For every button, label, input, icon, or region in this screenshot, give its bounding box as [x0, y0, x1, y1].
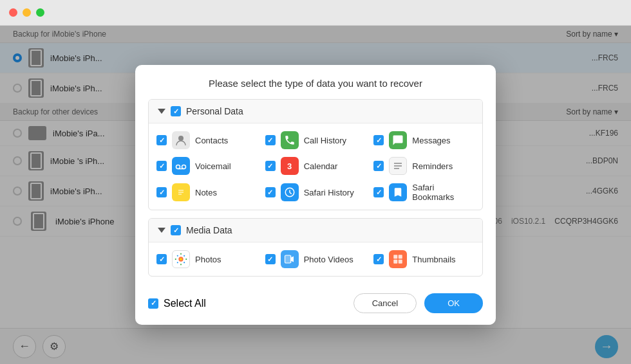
- reminders-checkbox[interactable]: [373, 161, 384, 171]
- maximize-button[interactable]: [36, 8, 44, 17]
- media-data-section: Media Data Photos: [148, 218, 483, 277]
- photo-videos-item: Photo Videos: [265, 250, 366, 268]
- photos-checkbox[interactable]: [156, 254, 167, 264]
- contacts-item: Contacts: [156, 131, 258, 149]
- photo-videos-icon: [281, 250, 299, 268]
- reminders-label: Reminders: [412, 161, 453, 171]
- media-section-header: Media Data: [149, 219, 482, 242]
- notes-item: Notes: [156, 183, 258, 202]
- call-history-icon: [281, 131, 299, 149]
- personal-data-section: Personal Data Contacts: [148, 99, 483, 210]
- media-section-checkbox[interactable]: [171, 225, 181, 235]
- svg-point-1: [176, 165, 180, 169]
- personal-items-grid: Contacts Call History: [149, 123, 482, 210]
- modal-body: Personal Data Contacts: [135, 99, 496, 284]
- reminders-icon: [389, 157, 407, 175]
- title-bar: [0, 0, 631, 26]
- svg-rect-17: [399, 255, 402, 259]
- close-button[interactable]: [9, 8, 17, 17]
- collapse-triangle[interactable]: [158, 109, 165, 114]
- reminders-item: Reminders: [373, 157, 475, 175]
- modal-footer: Select All Cancel OK: [135, 284, 496, 325]
- modal-dialog: Please select the type of data you want …: [135, 65, 496, 325]
- minimize-button[interactable]: [23, 8, 31, 17]
- messages-checkbox[interactable]: [373, 135, 384, 145]
- select-all-area: Select All: [148, 298, 206, 309]
- cancel-button[interactable]: Cancel: [353, 293, 417, 313]
- personal-section-header: Personal Data: [149, 100, 482, 123]
- contacts-checkbox[interactable]: [156, 135, 167, 145]
- calendar-label: Calendar: [304, 161, 338, 171]
- thumbnails-item: Thumbnails: [373, 250, 475, 268]
- select-all-label: Select All: [164, 298, 206, 309]
- safari-history-label: Safari History: [304, 188, 354, 197]
- notes-icon: [172, 183, 190, 201]
- safari-history-item: Safari History: [265, 183, 366, 202]
- svg-point-2: [182, 165, 186, 169]
- thumbnails-checkbox[interactable]: [373, 254, 384, 264]
- messages-icon: [389, 131, 407, 149]
- svg-rect-18: [394, 260, 398, 264]
- voicemail-icon: [172, 157, 190, 175]
- messages-label: Messages: [412, 136, 450, 145]
- calendar-icon: 3: [281, 157, 299, 175]
- thumbnails-icon: [389, 250, 407, 268]
- media-collapse-triangle[interactable]: [158, 228, 165, 233]
- calendar-checkbox[interactable]: [265, 161, 276, 171]
- personal-section-checkbox[interactable]: [171, 106, 181, 116]
- media-section-name: Media Data: [186, 225, 232, 235]
- safari-bookmarks-label: Safari Bookmarks: [412, 183, 475, 202]
- safari-bookmarks-checkbox[interactable]: [373, 187, 384, 197]
- modal-overlay: Please select the type of data you want …: [0, 26, 631, 364]
- svg-rect-19: [399, 260, 402, 264]
- photo-videos-checkbox[interactable]: [265, 254, 276, 264]
- voicemail-item: Voicemail: [156, 157, 258, 175]
- modal-title: Please select the type of data you want …: [135, 65, 496, 99]
- ok-button[interactable]: OK: [424, 293, 483, 313]
- contacts-label: Contacts: [195, 136, 228, 145]
- calendar-item: 3 Calendar: [265, 157, 366, 175]
- svg-point-13: [180, 258, 182, 260]
- select-all-checkbox[interactable]: [148, 298, 158, 309]
- call-history-label: Call History: [304, 136, 346, 145]
- safari-bookmarks-icon: [389, 183, 407, 201]
- voicemail-checkbox[interactable]: [156, 161, 167, 171]
- notes-checkbox[interactable]: [156, 187, 167, 197]
- thumbnails-label: Thumbnails: [412, 255, 455, 264]
- photos-label: Photos: [195, 255, 221, 264]
- safari-history-checkbox[interactable]: [265, 187, 276, 197]
- call-history-checkbox[interactable]: [265, 135, 276, 145]
- contacts-icon: [172, 131, 190, 149]
- photos-item: Photos: [156, 250, 258, 268]
- media-items-grid: Photos Photo Videos: [149, 242, 482, 276]
- voicemail-label: Voicemail: [195, 161, 231, 171]
- svg-rect-16: [394, 255, 398, 259]
- messages-item: Messages: [373, 131, 475, 149]
- svg-point-0: [178, 136, 184, 141]
- photos-icon: [172, 250, 190, 268]
- safari-history-icon: [281, 183, 299, 201]
- photo-videos-label: Photo Videos: [304, 255, 353, 264]
- notes-label: Notes: [195, 188, 217, 197]
- personal-section-name: Personal Data: [186, 106, 243, 116]
- safari-bookmarks-item: Safari Bookmarks: [373, 183, 475, 202]
- call-history-item: Call History: [265, 131, 366, 149]
- modal-buttons: Cancel OK: [353, 293, 483, 313]
